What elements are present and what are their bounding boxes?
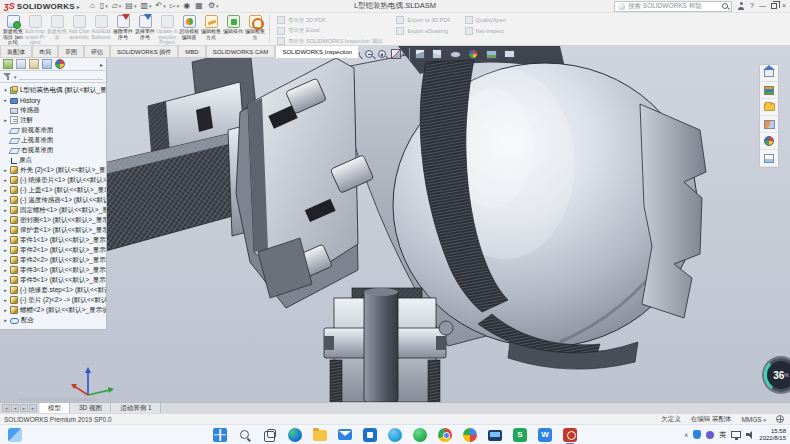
- command-tab[interactable]: SOLIDWORKS 插件: [110, 46, 178, 58]
- tree-item[interactable]: ▸ 配合: [2, 315, 106, 325]
- command-tab[interactable]: SOLIDWORKS Inspection: [275, 46, 359, 58]
- tree-item[interactable]: ▸ (-) 垫片 (2)<2> -> (默认<<默认: [2, 295, 106, 305]
- select-icon[interactable]: ▻▾: [170, 1, 180, 11]
- tree-item[interactable]: ▸ 外壳 (2)<1> (默认<<默认>_显示状: [2, 165, 106, 175]
- taskbar-app-blue[interactable]: [388, 428, 402, 442]
- dropdown-caret-icon[interactable]: ▾: [402, 51, 405, 57]
- tree-item[interactable]: ▸ 零件2<1> (默认<<默认>_显示状: [2, 245, 106, 255]
- expand-arrow-icon[interactable]: ▸: [3, 277, 8, 283]
- taskbar-chrome[interactable]: [438, 428, 452, 442]
- displaymanager-tab-icon[interactable]: [55, 59, 65, 69]
- tree-item[interactable]: ▸ 螺帽<2> (默认<<默认>_显示状态: [2, 305, 106, 315]
- expand-arrow-icon[interactable]: ▸: [3, 257, 8, 263]
- expand-arrow-icon[interactable]: ▸: [3, 197, 8, 203]
- expand-arrow-icon[interactable]: ▸: [3, 297, 8, 303]
- panel-overflow-icon[interactable]: ▸: [100, 61, 103, 68]
- filter-funnel-icon[interactable]: [3, 72, 12, 81]
- login-icon[interactable]: [737, 2, 745, 10]
- ribbon-button[interactable]: 移除零件序号: [112, 13, 134, 45]
- expand-arrow-icon[interactable]: ▸: [3, 187, 8, 193]
- logo-expand-icon[interactable]: ▸: [77, 3, 80, 10]
- tree-item[interactable]: ▸ 零件3<1> (默认<<默认>_显示状态: [2, 265, 106, 275]
- tray-shield-icon[interactable]: [693, 430, 701, 439]
- command-tab[interactable]: 布局: [32, 46, 58, 58]
- expand-arrow-icon[interactable]: ▸: [3, 97, 8, 103]
- expand-arrow-icon[interactable]: ▸: [3, 307, 8, 313]
- command-tab[interactable]: MBD: [178, 46, 205, 58]
- tree-item[interactable]: ▸ History: [2, 95, 106, 105]
- task-pane-tab[interactable]: [760, 99, 778, 116]
- command-tab[interactable]: 评估: [84, 46, 110, 58]
- propertymanager-tab-icon[interactable]: [16, 59, 26, 69]
- filter-caret-icon[interactable]: ▾: [14, 74, 17, 80]
- taskbar-browser[interactable]: [463, 428, 477, 442]
- tray-location-icon[interactable]: [706, 431, 714, 439]
- dropdown-caret-icon[interactable]: ▾: [163, 3, 166, 9]
- dropdown-caret-icon[interactable]: ▾: [216, 3, 219, 9]
- help-button[interactable]: ?: [750, 1, 754, 11]
- view-orientation-icon[interactable]: [415, 49, 425, 59]
- tree-item[interactable]: 原点: [2, 155, 106, 165]
- tree-item[interactable]: ▸ 零件5<1> (默认<<默认>_显示状态: [2, 275, 106, 285]
- tree-horizontal-scrollbar[interactable]: [18, 398, 98, 401]
- dropdown-caret-icon[interactable]: ▾: [479, 51, 482, 57]
- expand-arrow-icon[interactable]: ▸: [3, 267, 8, 273]
- featuremanager-tab-icon[interactable]: [3, 59, 13, 69]
- close-button[interactable]: ×: [782, 1, 786, 11]
- dropdown-caret-icon[interactable]: ▾: [134, 3, 137, 9]
- tab-nav-arrow[interactable]: ▸: [20, 404, 28, 412]
- ribbon-button[interactable]: 编辑操作: [222, 13, 244, 45]
- expand-arrow-icon[interactable]: ▾: [3, 87, 8, 93]
- ribbon-button[interactable]: Update Inspection Project: [156, 13, 178, 45]
- tray-speaker-icon[interactable]: [746, 431, 754, 439]
- zoom-to-area-icon[interactable]: [365, 50, 373, 58]
- restore-button[interactable]: [771, 3, 777, 9]
- taskbar-start[interactable]: [213, 428, 227, 442]
- tab-nav-arrow[interactable]: ◂: [11, 404, 19, 412]
- taskbar-search[interactable]: [238, 428, 252, 442]
- model-3d[interactable]: [0, 46, 790, 402]
- document-view-tab[interactable]: 运动算例 1: [111, 403, 160, 413]
- expand-arrow-icon[interactable]: ▸: [3, 247, 8, 253]
- task-pane-tab[interactable]: [760, 65, 778, 82]
- expand-arrow-icon[interactable]: ▸: [3, 177, 8, 183]
- dropdown-caret-icon[interactable]: ▾: [426, 51, 429, 57]
- ribbon-button[interactable]: Add Characteristic: [68, 13, 90, 45]
- tree-item[interactable]: 右视基准面: [2, 145, 106, 155]
- tree-item[interactable]: ▸ (-) 上盖<1> (默认<<默认>_显示状: [2, 185, 106, 195]
- task-pane-tab[interactable]: [760, 133, 778, 150]
- tree-item[interactable]: 前视基准面: [2, 125, 106, 135]
- dropdown-caret-icon[interactable]: ▾: [462, 51, 465, 57]
- command-tab[interactable]: 草图: [58, 46, 84, 58]
- tree-item[interactable]: 上视基准面: [2, 135, 106, 145]
- ribbon-button[interactable]: 启动模板编辑器: [178, 13, 200, 45]
- new-document-icon[interactable]: ▯▾: [100, 1, 108, 11]
- taskbar-clock[interactable]: 15:58 2022/8/15: [759, 428, 786, 442]
- taskbar-wps[interactable]: W: [538, 428, 552, 442]
- tree-item[interactable]: ▸ 零件2<2> (默认<<默认>_显示状: [2, 255, 106, 265]
- taskbar-mail[interactable]: [338, 429, 352, 440]
- dropdown-caret-icon[interactable]: ▾: [149, 3, 152, 9]
- task-pane-tab[interactable]: [760, 82, 778, 99]
- cpu-usage-gauge[interactable]: 36%: [764, 358, 790, 392]
- dropdown-caret-icon[interactable]: ▾: [105, 3, 108, 9]
- previous-view-icon[interactable]: [378, 50, 386, 58]
- taskbar-widgets-icon[interactable]: [8, 428, 22, 442]
- dropdown-caret-icon[interactable]: ▾: [443, 51, 446, 57]
- taskbar-edge[interactable]: [288, 428, 302, 442]
- taskbar-file-explorer[interactable]: [313, 430, 327, 441]
- expand-arrow-icon[interactable]: ▸: [3, 227, 8, 233]
- search-input[interactable]: 搜索 SOLIDWORKS 帮助: [614, 1, 732, 12]
- hud-separator[interactable]: [409, 48, 410, 60]
- ribbon-button[interactable]: 编辑检查方: [244, 13, 266, 45]
- tree-item[interactable]: ▸ 保护套<1> (默认<<默认>_显示状: [2, 225, 106, 235]
- rebuild-icon[interactable]: ◉: [183, 1, 191, 11]
- minimize-button[interactable]: —: [759, 1, 766, 11]
- tree-item[interactable]: ▸ (-) 绝缘套.step<1> (默认<<默认: [2, 285, 106, 295]
- open-icon[interactable]: ▱▾: [112, 1, 122, 11]
- print-icon[interactable]: ▥▾: [140, 1, 151, 11]
- options-icon[interactable]: ⚙▾: [208, 1, 219, 11]
- tree-item[interactable]: ▸ 注解: [2, 115, 106, 125]
- expand-arrow-icon[interactable]: ▸: [3, 217, 8, 223]
- taskbar-app-green[interactable]: [413, 428, 427, 442]
